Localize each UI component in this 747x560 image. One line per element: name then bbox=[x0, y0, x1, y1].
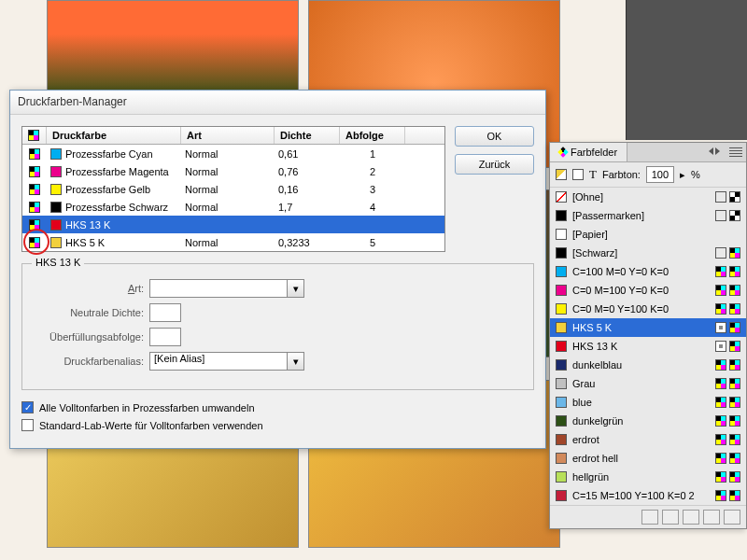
cmyk-icon bbox=[729, 359, 740, 371]
collapse-right-icon[interactable] bbox=[715, 147, 720, 155]
swatch-row[interactable]: hellgrün bbox=[550, 468, 746, 486]
new-swatch-icon[interactable] bbox=[683, 510, 699, 525]
lab-values-checkbox[interactable] bbox=[21, 419, 34, 431]
ink-order: 3 bbox=[340, 184, 405, 195]
ink-type: Normal bbox=[181, 184, 275, 195]
reg-icon bbox=[729, 191, 740, 203]
color-swatch bbox=[50, 202, 62, 213]
ink-type: Normal bbox=[181, 166, 275, 177]
reg-icon bbox=[729, 210, 740, 221]
table-row[interactable]: HKS 5 K Normal 0,3233 5 bbox=[22, 233, 444, 251]
ink-density: 0,16 bbox=[275, 184, 340, 195]
ink-table[interactable]: Druckfarbe Art Dichte Abfolge Prozessfar… bbox=[21, 126, 445, 252]
show-small-icon[interactable] bbox=[662, 510, 679, 525]
cmyk-icon bbox=[729, 378, 740, 389]
swatch-name: C=15 M=100 Y=100 K=0 2 bbox=[572, 490, 710, 501]
cmyk-icon bbox=[715, 415, 726, 427]
back-button[interactable]: Zurück bbox=[455, 154, 534, 175]
trash-icon[interactable] bbox=[724, 510, 740, 525]
new-group-icon[interactable] bbox=[703, 510, 720, 525]
ok-button[interactable]: OK bbox=[455, 126, 534, 147]
color-swatch bbox=[556, 266, 567, 277]
cmyk-icon bbox=[715, 303, 726, 315]
color-swatch bbox=[556, 210, 567, 221]
swatch-row[interactable]: [Papier] bbox=[550, 225, 746, 244]
table-row[interactable]: Prozessfarbe Gelb Normal 0,16 3 bbox=[22, 180, 444, 198]
color-swatch bbox=[556, 397, 567, 408]
ink-order: 2 bbox=[340, 166, 405, 177]
cmyk-icon bbox=[715, 471, 726, 483]
ink-alias-dropdown[interactable]: [Kein Alias]▾ bbox=[149, 352, 304, 371]
collapse-left-icon[interactable] bbox=[709, 147, 713, 155]
convert-spot-label: Alle Volltonfarben in Prozessfarben umwa… bbox=[39, 402, 255, 413]
swatch-row[interactable]: C=0 M=0 Y=100 K=0 bbox=[550, 300, 746, 318]
col-order: Abfolge bbox=[340, 127, 405, 144]
none-icon bbox=[715, 247, 726, 259]
ink-density: 0,76 bbox=[275, 166, 340, 177]
color-swatch bbox=[556, 191, 567, 203]
swatch-row[interactable]: C=100 M=0 Y=0 K=0 bbox=[550, 262, 746, 281]
tone-input[interactable] bbox=[646, 166, 674, 183]
swatch-row[interactable]: erdrot hell bbox=[550, 449, 746, 468]
ink-manager-dialog: Druckfarben-Manager Druckfarbe Art Dicht… bbox=[9, 90, 546, 449]
swatch-row[interactable]: [Schwarz] bbox=[550, 244, 746, 262]
cmyk-icon bbox=[729, 266, 740, 277]
swatch-row[interactable]: HKS 13 K bbox=[550, 337, 746, 356]
swatch-row[interactable]: erdrot bbox=[550, 430, 746, 449]
table-row[interactable]: Prozessfarbe Cyan Normal 0,61 1 bbox=[22, 145, 444, 162]
ink-name: Prozessfarbe Magenta bbox=[65, 166, 169, 177]
tone-unit: % bbox=[691, 169, 700, 180]
text-format-icon[interactable]: T bbox=[589, 167, 597, 182]
swatch-row[interactable]: dunkelgrün bbox=[550, 412, 746, 430]
fill-stroke-icon[interactable] bbox=[556, 169, 567, 180]
trap-order-input[interactable] bbox=[149, 328, 181, 346]
cmyk-icon bbox=[729, 415, 740, 427]
swatch-row[interactable]: Grau bbox=[550, 374, 746, 393]
ink-alias-label: Druckfarbenalias: bbox=[34, 356, 144, 367]
neutral-density-input[interactable] bbox=[149, 303, 181, 322]
ink-name: Prozessfarbe Schwarz bbox=[65, 202, 168, 213]
cmyk-icon bbox=[729, 247, 740, 259]
swatch-row[interactable]: [Passermarken] bbox=[550, 206, 746, 225]
table-row[interactable]: HKS 13 K bbox=[22, 216, 444, 233]
col-density: Dichte bbox=[275, 127, 340, 144]
panel-tab[interactable]: Farbfelder bbox=[550, 143, 627, 161]
ink-order: 1 bbox=[340, 148, 405, 160]
swatch-name: [Schwarz] bbox=[572, 247, 710, 259]
show-list-icon[interactable] bbox=[641, 510, 658, 525]
ink-name: Prozessfarbe Cyan bbox=[65, 148, 153, 160]
swatch-row[interactable]: C=15 M=100 Y=100 K=0 2 bbox=[550, 486, 746, 505]
convert-spot-checkbox[interactable] bbox=[21, 401, 34, 413]
swatch-name: Grau bbox=[572, 378, 710, 389]
swatch-row[interactable]: dunkelblau bbox=[550, 356, 746, 374]
cmyk-icon bbox=[729, 471, 740, 483]
swatch-name: blue bbox=[572, 397, 710, 408]
ink-type: Normal bbox=[181, 237, 275, 248]
swatch-name: dunkelblau bbox=[572, 359, 710, 371]
swatch-name: [Ohne] bbox=[572, 191, 710, 203]
panel-menu-icon[interactable] bbox=[729, 147, 742, 157]
swatches-panel: Farbfelder T Farbton: ▸ % [Ohne] [Passer… bbox=[549, 142, 747, 529]
table-row[interactable]: Prozessfarbe Magenta Normal 0,76 2 bbox=[22, 162, 444, 180]
spot-icon bbox=[715, 341, 726, 352]
swatch-name: dunkelgrün bbox=[572, 415, 710, 427]
color-swatch bbox=[50, 237, 62, 248]
swatch-row[interactable]: C=0 M=100 Y=0 K=0 bbox=[550, 281, 746, 300]
swatch-row[interactable]: HKS 5 K bbox=[550, 318, 746, 337]
ink-row-icon bbox=[29, 237, 40, 248]
chevron-down-icon[interactable]: ▾ bbox=[288, 279, 304, 298]
art-dropdown[interactable]: ▾ bbox=[149, 279, 304, 298]
swatch-name: C=0 M=0 Y=100 K=0 bbox=[572, 303, 710, 315]
color-swatch bbox=[556, 247, 567, 259]
ink-density: 0,3233 bbox=[275, 237, 340, 248]
chevron-down-icon[interactable]: ▾ bbox=[288, 352, 304, 371]
cmyk-icon bbox=[729, 397, 740, 408]
color-swatch bbox=[556, 229, 567, 240]
color-swatch bbox=[556, 415, 567, 427]
formatting-container-icon[interactable] bbox=[572, 169, 584, 180]
swatch-row[interactable]: blue bbox=[550, 393, 746, 412]
table-row[interactable]: Prozessfarbe Schwarz Normal 1,7 4 bbox=[22, 198, 444, 216]
dialog-title: Druckfarben-Manager bbox=[10, 91, 545, 115]
tone-arrow-icon[interactable]: ▸ bbox=[680, 169, 685, 181]
swatch-row[interactable]: [Ohne] bbox=[550, 188, 746, 206]
